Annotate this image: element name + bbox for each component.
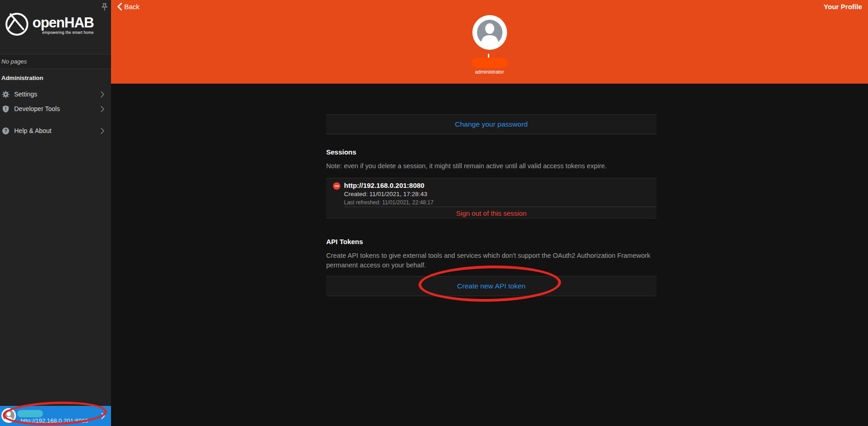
no-pages-label: No pages: [0, 54, 111, 69]
chevron-right-icon: [101, 91, 105, 98]
sessions-section-title: Sessions: [326, 148, 356, 156]
sidebar: openHAB empowering the smart home No pag…: [0, 0, 111, 426]
logo-text: openHAB: [32, 16, 94, 30]
session-created: Created: 11/01/2021, 17:28:43: [344, 191, 427, 197]
current-user-bar[interactable]: http://192.168.0.201:8080: [0, 406, 111, 426]
sidebar-item-settings[interactable]: Settings: [0, 87, 111, 101]
profile-avatar-block: administrator: [458, 15, 522, 75]
api-tokens-description: Create API tokens to give external tools…: [326, 251, 664, 270]
sidebar-item-label: Settings: [14, 91, 37, 98]
sidebar-item-developer-tools[interactable]: ! Developer Tools: [0, 101, 111, 116]
remove-session-icon[interactable]: [333, 182, 340, 190]
shield-icon: !: [2, 105, 10, 113]
administration-section-label: Administration: [1, 75, 43, 81]
openhab-logo-icon: [5, 12, 29, 37]
change-password-row: Change your password: [326, 114, 656, 134]
create-api-token-link[interactable]: Create new API token: [457, 282, 526, 290]
svg-text:!: !: [5, 106, 6, 111]
session-last-refreshed: Last refreshed: 11/01/2021, 22:48:17: [344, 199, 434, 206]
username-redaction: [17, 410, 43, 417]
sign-out-link[interactable]: Sign out of this session: [456, 209, 526, 217]
question-circle-icon: ?: [2, 127, 10, 135]
chevron-right-icon: [101, 413, 105, 419]
create-api-token-row: Create new API token: [326, 276, 656, 296]
chevron-right-icon: [101, 128, 105, 134]
user-role-label: administrator: [458, 69, 522, 75]
logo-tagline: empowering the smart home: [32, 30, 94, 35]
profile-content: Change your password Sessions Note: even…: [111, 84, 868, 426]
change-password-link[interactable]: Change your password: [455, 120, 528, 128]
svg-text:?: ?: [4, 128, 7, 133]
sidebar-item-label: Help & About: [14, 127, 52, 134]
openhab-logo: openHAB empowering the smart home: [5, 12, 94, 37]
chevron-right-icon: [101, 106, 105, 112]
username-redaction: [471, 58, 508, 68]
page-title: Your Profile: [824, 3, 862, 11]
admin-menu: Settings ! Developer Tools ? Help & Abou…: [0, 87, 111, 138]
profile-header: Back Your Profile administrator: [111, 0, 868, 84]
api-tokens-section-title: API Tokens: [326, 238, 363, 245]
server-url: http://192.168.0.201:8080: [21, 417, 88, 424]
back-label: Back: [124, 3, 139, 11]
profile-avatar: [472, 15, 507, 50]
sessions-note: Note: even if you delete a session, it m…: [326, 161, 664, 171]
sidebar-item-help-about[interactable]: ? Help & About: [0, 123, 111, 138]
sidebar-item-label: Developer Tools: [14, 105, 60, 112]
session-url: http://192.168.0.201:8080: [344, 181, 424, 189]
user-avatar: [1, 408, 16, 423]
pin-icon[interactable]: [100, 2, 109, 12]
sign-out-row: Sign out of this session: [326, 207, 656, 219]
chevron-left-icon: [117, 3, 122, 11]
session-card: http://192.168.0.201:8080 Created: 11/01…: [326, 178, 656, 218]
gear-icon: [2, 91, 10, 98]
back-button[interactable]: Back: [117, 3, 139, 11]
redaction-artifact: [488, 54, 489, 58]
